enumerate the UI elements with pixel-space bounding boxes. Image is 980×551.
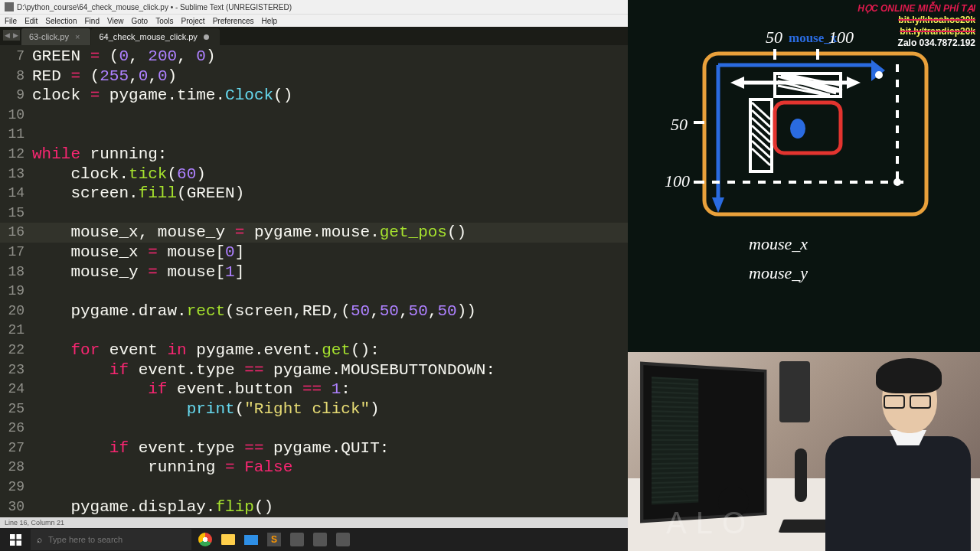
menu-edit[interactable]: Edit bbox=[24, 17, 38, 25]
tab-strip: ◀ ▶ 63-click.py × 64_check_mouse_click.p… bbox=[0, 27, 628, 45]
menu-help[interactable]: Help bbox=[262, 17, 278, 25]
line-number: 28 bbox=[0, 458, 32, 478]
code-line[interactable]: 21 bbox=[0, 321, 628, 341]
taskbar-chrome[interactable] bbox=[196, 530, 214, 549]
chrome-icon bbox=[198, 533, 212, 546]
code-text[interactable]: clock = pygame.time.Clock() bbox=[32, 86, 292, 106]
tab-nav-left[interactable]: ◀ bbox=[3, 30, 11, 41]
code-line[interactable]: 31 bbox=[0, 517, 628, 517]
line-number: 23 bbox=[0, 360, 32, 380]
menu-project[interactable]: Project bbox=[181, 17, 205, 25]
taskbar-app-2[interactable] bbox=[311, 530, 329, 549]
taskbar-app-3[interactable] bbox=[334, 530, 352, 549]
code-text[interactable]: if event.type == pygame.MOUSEBUTTONDOWN: bbox=[32, 360, 495, 380]
cursor-position: Line 16, Column 21 bbox=[5, 519, 64, 527]
close-icon[interactable]: × bbox=[75, 32, 80, 41]
code-text[interactable]: screen.fill(GREEN) bbox=[32, 184, 244, 204]
search-icon: ⌕ bbox=[37, 534, 42, 545]
code-text[interactable]: while running: bbox=[32, 145, 167, 165]
menu-preferences[interactable]: Preferences bbox=[213, 17, 254, 25]
menu-file[interactable]: File bbox=[5, 17, 17, 25]
search-input[interactable] bbox=[48, 535, 185, 544]
window-title: D:\python_course\64_check_mouse_click.py… bbox=[17, 3, 292, 11]
line-number: 15 bbox=[0, 204, 32, 223]
code-line[interactable]: 18 mouse_y = mouse[1] bbox=[0, 262, 628, 282]
line-number: 9 bbox=[0, 86, 32, 106]
code-line[interactable]: 25 print("Right click") bbox=[0, 399, 628, 419]
code-text[interactable]: if event.button == 1: bbox=[32, 380, 351, 399]
code-line[interactable]: 8RED = (255,0,0) bbox=[0, 67, 628, 86]
label-left-100: 100 bbox=[665, 171, 690, 191]
code-line[interactable]: 16 mouse_x, mouse_y = pygame.mouse.get_p… bbox=[0, 223, 628, 243]
code-line[interactable]: 29 bbox=[0, 478, 628, 497]
line-number: 7 bbox=[0, 47, 32, 67]
code-line[interactable]: 13 clock.tick(60) bbox=[0, 165, 628, 184]
code-line[interactable]: 20 pygame.draw.rect(screen,RED,(50,50,50… bbox=[0, 302, 628, 321]
taskbar-search[interactable]: ⌕ bbox=[31, 529, 191, 550]
menu-selection[interactable]: Selection bbox=[45, 17, 77, 25]
code-text[interactable]: print("Right click") bbox=[32, 399, 380, 419]
taskbar-app-1[interactable] bbox=[288, 530, 306, 549]
code-line[interactable]: 14 screen.fill(GREEN) bbox=[0, 184, 628, 204]
start-button[interactable] bbox=[2, 528, 29, 551]
menu-find[interactable]: Find bbox=[85, 17, 100, 25]
menu-view[interactable]: View bbox=[107, 17, 124, 25]
dirty-indicator-icon bbox=[204, 34, 209, 40]
taskbar-sublime[interactable]: S bbox=[265, 530, 283, 549]
code-line[interactable]: 28 running = False bbox=[0, 458, 628, 478]
code-line[interactable]: 30 pygame.display.flip() bbox=[0, 497, 628, 517]
code-text[interactable]: if event.type == pygame.QUIT: bbox=[32, 439, 389, 458]
taskbar-mail[interactable] bbox=[242, 530, 260, 549]
code-text[interactable]: pygame.display.flip() bbox=[32, 497, 273, 517]
line-number: 29 bbox=[0, 478, 32, 497]
menu-tools[interactable]: Tools bbox=[155, 17, 173, 25]
code-text[interactable]: RED = (255,0,0) bbox=[32, 67, 177, 86]
svg-marker-11 bbox=[730, 77, 744, 89]
line-number: 31 bbox=[0, 517, 32, 517]
code-text[interactable]: mouse_x = mouse[0] bbox=[32, 243, 244, 262]
app-icon bbox=[313, 533, 327, 546]
windows-taskbar[interactable]: ⌕ S bbox=[0, 528, 628, 551]
tab-label: 64_check_mouse_click.py bbox=[99, 32, 197, 41]
code-line[interactable]: 11 bbox=[0, 125, 628, 145]
code-text[interactable]: mouse_y = mouse[1] bbox=[32, 262, 244, 282]
code-text[interactable]: mouse_x, mouse_y = pygame.mouse.get_pos(… bbox=[32, 223, 466, 243]
status-bar: Line 16, Column 21 bbox=[0, 517, 628, 528]
line-number: 20 bbox=[0, 302, 32, 321]
svg-marker-10 bbox=[847, 77, 861, 89]
label-mouse-x: mouse_x bbox=[749, 234, 808, 254]
code-line[interactable]: 24 if event.button == 1: bbox=[0, 380, 628, 399]
whiteboard-panel: HỌC ONLINE MIỄN PHÍ TẠI bit.ly/khoahoc20… bbox=[628, 0, 980, 352]
code-line[interactable]: 22 for event in pygame.event.get(): bbox=[0, 341, 628, 360]
code-line[interactable]: 27 if event.type == pygame.QUIT: bbox=[0, 439, 628, 458]
svg-point-16 bbox=[893, 178, 901, 186]
taskbar-explorer[interactable] bbox=[219, 530, 237, 549]
code-text[interactable]: clock.tick(60) bbox=[32, 165, 206, 184]
code-text[interactable]: running = False bbox=[32, 458, 292, 478]
webcam-watermark: ALO bbox=[666, 506, 755, 540]
code-editor[interactable]: 7GREEN = (0, 200, 0)8RED = (255,0,0)9clo… bbox=[0, 45, 628, 517]
svg-rect-3 bbox=[16, 540, 21, 546]
svg-rect-1 bbox=[16, 534, 21, 540]
code-line[interactable]: 7GREEN = (0, 200, 0) bbox=[0, 47, 628, 67]
line-number: 13 bbox=[0, 165, 32, 184]
code-line[interactable]: 12while running: bbox=[0, 145, 628, 165]
line-number: 11 bbox=[0, 125, 32, 145]
code-line[interactable]: 15 bbox=[0, 204, 628, 223]
menu-goto[interactable]: Goto bbox=[131, 17, 148, 25]
tab-nav-right[interactable]: ▶ bbox=[11, 30, 20, 41]
code-line[interactable]: 10 bbox=[0, 106, 628, 126]
code-line[interactable]: 17 mouse_x = mouse[0] bbox=[0, 243, 628, 262]
menu-bar[interactable]: File Edit Selection Find View Goto Tools… bbox=[0, 14, 628, 27]
code-line[interactable]: 9clock = pygame.time.Clock() bbox=[0, 86, 628, 106]
code-text[interactable]: GREEN = (0, 200, 0) bbox=[32, 47, 216, 67]
code-text[interactable]: pygame.draw.rect(screen,RED,(50,50,50,50… bbox=[32, 302, 476, 321]
webcam-feed: ALO bbox=[628, 352, 980, 551]
window-titlebar[interactable]: D:\python_course\64_check_mouse_click.py… bbox=[0, 0, 628, 14]
tab-63-click[interactable]: 63-click.py × bbox=[21, 28, 90, 45]
code-text[interactable]: for event in pygame.event.get(): bbox=[32, 341, 380, 360]
code-line[interactable]: 19 bbox=[0, 282, 628, 302]
code-line[interactable]: 26 bbox=[0, 419, 628, 439]
code-line[interactable]: 23 if event.type == pygame.MOUSEBUTTONDO… bbox=[0, 360, 628, 380]
tab-64-check-mouse-click[interactable]: 64_check_mouse_click.py bbox=[91, 28, 219, 45]
